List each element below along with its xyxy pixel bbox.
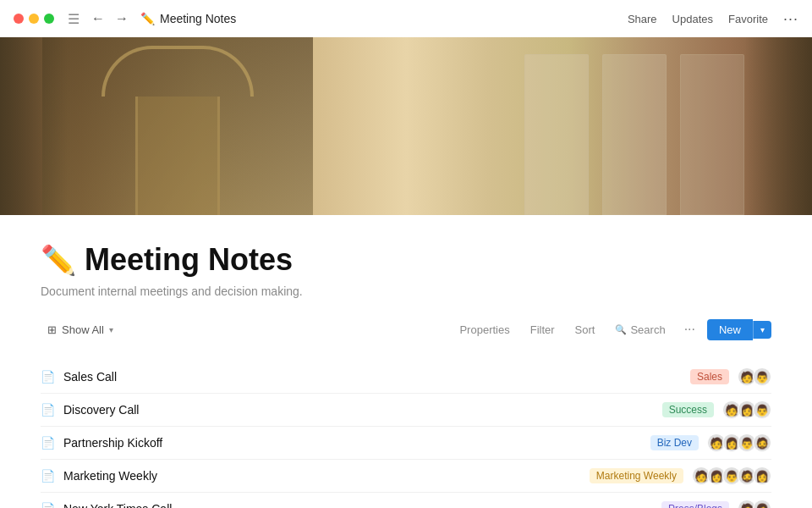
database-table: 📄 Sales Call Sales 🧑 👨 📄 Discovery Call … <box>41 361 771 508</box>
page-icon-small: ✏️ <box>140 12 155 25</box>
row-right: Sales 🧑 👨 <box>690 367 771 386</box>
updates-button[interactable]: Updates <box>672 13 713 25</box>
chevron-down-icon: ▾ <box>109 325 113 334</box>
row-right: Success 🧑 👩 👨 <box>662 400 771 419</box>
more-options-button[interactable]: ··· <box>783 10 798 28</box>
properties-button[interactable]: Properties <box>453 320 516 340</box>
doc-icon: 📄 <box>41 403 55 417</box>
show-all-label: Show All <box>62 323 104 336</box>
tag-badge: Marketing Weekly <box>590 468 683 483</box>
new-button-group: New ▾ <box>707 319 771 340</box>
hero-image <box>0 37 812 215</box>
close-button[interactable] <box>14 14 24 24</box>
avatar-group: 🧑 👩 👨 🧔 <box>707 433 771 452</box>
page-emoji: ✏️ <box>41 243 76 277</box>
row-title: Discovery Call <box>63 403 139 417</box>
avatar: 👩 <box>753 467 771 485</box>
row-left: 📄 Partnership Kickoff <box>41 436 162 450</box>
row-title: Marketing Weekly <box>63 469 157 483</box>
row-title: New York Times Call <box>63 502 172 508</box>
forward-button[interactable]: → <box>112 9 132 28</box>
tag-badge: Press/Blogs <box>661 501 729 508</box>
row-left: 📄 New York Times Call <box>41 502 172 508</box>
row-left: 📄 Discovery Call <box>41 403 139 417</box>
show-all-button[interactable]: ⊞ Show All ▾ <box>41 320 120 340</box>
back-button[interactable]: ← <box>88 9 108 28</box>
new-button[interactable]: New <box>707 319 753 340</box>
maximize-button[interactable] <box>44 14 54 24</box>
avatar-group: 🧑 👩 <box>738 500 771 508</box>
page-title: ✏️ Meeting Notes <box>41 242 771 278</box>
doc-icon: 📄 <box>41 436 55 450</box>
titlebar: ☰ ← → ✏️ Meeting Notes Share Updates Fav… <box>0 0 812 37</box>
titlebar-right: Share Updates Favorite ··· <box>628 10 798 28</box>
table-row[interactable]: 📄 New York Times Call Press/Blogs 🧑 👩 <box>41 493 771 508</box>
avatar: 🧔 <box>753 433 771 452</box>
titlebar-left: ☰ ← → ✏️ Meeting Notes <box>14 9 236 28</box>
search-button[interactable]: 🔍 Search <box>608 320 672 340</box>
avatar: 👨 <box>753 400 771 419</box>
row-left: 📄 Sales Call <box>41 370 117 384</box>
toolbar-right: Properties Filter Sort 🔍 Search ··· New … <box>453 318 771 340</box>
breadcrumb: ✏️ Meeting Notes <box>140 12 236 25</box>
avatar: 👨 <box>753 367 771 386</box>
traffic-lights <box>14 14 54 24</box>
content-area: ✏️ Meeting Notes Document internal meeti… <box>0 215 812 508</box>
doc-icon: 📄 <box>41 502 55 508</box>
row-title: Sales Call <box>63 370 117 384</box>
row-left: 📄 Marketing Weekly <box>41 469 157 483</box>
new-caret-button[interactable]: ▾ <box>753 321 771 339</box>
hero-art <box>0 37 812 215</box>
tag-badge: Biz Dev <box>650 435 699 450</box>
minimize-button[interactable] <box>29 14 39 24</box>
table-row[interactable]: 📄 Sales Call Sales 🧑 👨 <box>41 361 771 394</box>
sidebar-toggle[interactable]: ☰ <box>68 11 80 27</box>
search-label: Search <box>630 323 665 336</box>
db-toolbar: ⊞ Show All ▾ Properties Filter Sort 🔍 Se… <box>41 318 771 347</box>
table-row[interactable]: 📄 Marketing Weekly Marketing Weekly 🧑 👩 … <box>41 460 771 493</box>
toolbar-left: ⊞ Show All ▾ <box>41 320 120 340</box>
avatar-group: 🧑 👨 <box>738 367 771 386</box>
nav-arrows: ← → <box>88 9 132 28</box>
search-icon: 🔍 <box>615 324 627 335</box>
page-subtitle: Document internal meetings and decision … <box>41 284 771 298</box>
avatar-group: 🧑 👩 👨 🧔 👩 <box>692 467 771 485</box>
page-title-text: Meeting Notes <box>85 242 293 278</box>
doc-icon: 📄 <box>41 469 55 483</box>
row-right: Biz Dev 🧑 👩 👨 🧔 <box>650 433 771 452</box>
table-row[interactable]: 📄 Discovery Call Success 🧑 👩 👨 <box>41 394 771 427</box>
row-title: Partnership Kickoff <box>63 436 162 450</box>
more-button[interactable]: ··· <box>679 318 700 340</box>
doc-icon: 📄 <box>41 370 55 384</box>
table-row[interactable]: 📄 Partnership Kickoff Biz Dev 🧑 👩 👨 🧔 <box>41 427 771 460</box>
filter-button[interactable]: Filter <box>524 320 562 340</box>
sort-button[interactable]: Sort <box>568 320 602 340</box>
favorite-button[interactable]: Favorite <box>728 13 768 25</box>
avatar-group: 🧑 👩 👨 <box>722 400 771 419</box>
share-button[interactable]: Share <box>628 13 657 25</box>
tag-badge: Success <box>662 402 714 417</box>
row-right: Marketing Weekly 🧑 👩 👨 🧔 👩 <box>590 467 771 485</box>
tag-badge: Sales <box>690 369 729 384</box>
table-icon: ⊞ <box>47 323 57 336</box>
breadcrumb-title: Meeting Notes <box>160 12 236 25</box>
avatar: 👩 <box>753 500 771 508</box>
row-right: Press/Blogs 🧑 👩 <box>661 500 771 508</box>
